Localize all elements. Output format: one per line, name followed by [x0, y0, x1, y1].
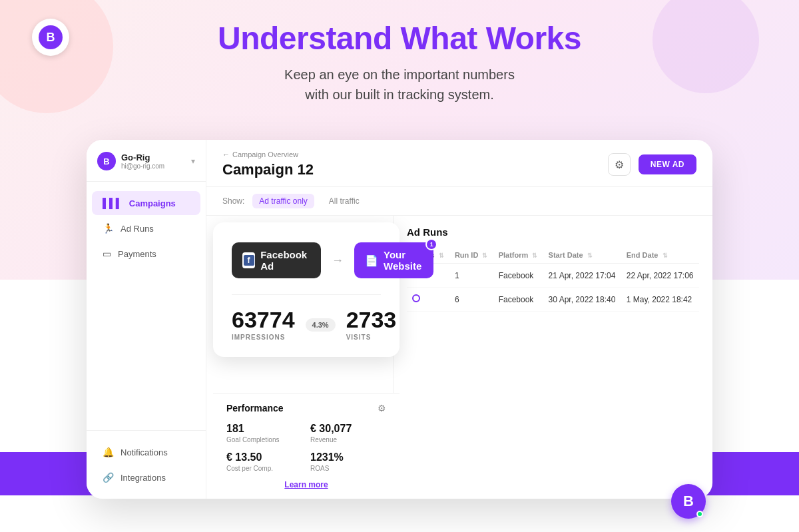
right-panel: Ad Runs Status ⇅ Run ID ⇅	[393, 216, 712, 499]
facebook-icon: f	[242, 252, 255, 268]
sidebar-bottom-nav: 🔔 Notifications 🔗 Integrations	[87, 430, 206, 499]
subtitle-line1: Keep an eye on the important numbers	[284, 67, 515, 82]
performance-section: Performance ⚙ 181 Goal Completions € 30,…	[213, 393, 400, 499]
bottom-logo-badge: B	[671, 484, 706, 519]
header-section: Understand What Works Keep an eye on the…	[0, 20, 799, 105]
topbar-right: ⚙ NEW AD	[608, 153, 696, 176]
dashboard-card: B Go-Rig hi@go-rig.com ▾ ▌▌▌ Campaigns 🏃…	[87, 140, 712, 499]
conversion-rate-badge: 4.3%	[306, 318, 336, 332]
perf-revenue-value: € 30,077	[310, 423, 386, 435]
sidebar-brand[interactable]: B Go-Rig hi@go-rig.com ▾	[87, 140, 206, 182]
sidebar-item-label: Integrations	[121, 473, 166, 483]
show-filter-label: Show:	[222, 196, 244, 206]
breadcrumb: ← Campaign Overview	[222, 150, 314, 158]
sidebar-item-label: Campaigns	[129, 198, 176, 208]
col-end-date[interactable]: End Date ⇅	[621, 247, 699, 264]
facebook-ad-label: Facebook Ad	[260, 249, 310, 272]
ad-runs-icon: 🏃	[103, 223, 114, 234]
sidebar-item-campaigns[interactable]: ▌▌▌ Campaigns	[92, 191, 200, 215]
performance-header: Performance ⚙	[226, 403, 386, 413]
brand-icon: B	[97, 152, 116, 170]
perf-goal-label: Goal Completions	[226, 436, 302, 443]
payments-icon: ▭	[103, 248, 111, 259]
sidebar-item-payments[interactable]: ▭ Payments	[92, 242, 200, 266]
perf-goal-value: 181	[226, 423, 302, 435]
bottom-logo-letter: B	[683, 493, 694, 510]
sidebar-item-label: Notifications	[121, 447, 168, 457]
campaigns-icon: ▌▌▌	[103, 198, 123, 208]
status-dot-icon	[412, 294, 420, 302]
row2-platform: Facebook	[493, 288, 543, 312]
perf-roas-label: ROAS	[310, 465, 386, 472]
header-title: Understand What Works	[0, 20, 799, 57]
perf-revenue-label: Revenue	[310, 436, 386, 443]
logo-letter: B	[39, 25, 63, 49]
topbar: ← Campaign Overview Campaign 12 ⚙ NEW AD	[206, 140, 712, 187]
sidebar-item-integrations[interactable]: 🔗 Integrations	[92, 465, 200, 489]
brand-email: hi@go-rig.com	[121, 162, 186, 170]
show-ad-traffic-option[interactable]: Ad traffic only	[252, 194, 314, 208]
row2-status	[407, 288, 449, 312]
settings-button[interactable]: ⚙	[608, 153, 631, 176]
visits-stat: 2733 VISITS	[346, 308, 397, 341]
impressions-stat: 63774 IMPRESSIONS	[232, 308, 295, 341]
perf-cost-label: Cost per Comp.	[226, 465, 302, 472]
notifications-icon: 🔔	[103, 447, 114, 457]
sidebar-nav: ▌▌▌ Campaigns 🏃 Ad Runs ▭ Payments	[87, 182, 206, 430]
learn-more-link[interactable]: Learn more	[226, 480, 386, 489]
sidebar-item-label: Payments	[118, 249, 156, 259]
ad-runs-table-body: 1 Facebook 21 Apr, 2022 17:04 22 Apr, 20…	[407, 264, 699, 312]
left-panel: f Facebook Ad → 📄 Your Website 1	[206, 216, 393, 499]
perf-roas-value: 1231%	[310, 451, 386, 463]
header-subtitle: Keep an eye on the important numbers wit…	[0, 65, 799, 105]
breadcrumb-arrow-icon: ←	[222, 150, 230, 158]
ad-runs-table: Status ⇅ Run ID ⇅ Platform ⇅	[407, 247, 699, 312]
perf-goal-completions: 181 Goal Completions	[226, 423, 302, 443]
perf-revenue: € 30,077 Revenue	[310, 423, 386, 443]
performance-grid: 181 Goal Completions € 30,077 Revenue € …	[226, 423, 386, 472]
show-all-traffic-option[interactable]: All traffic	[322, 194, 366, 208]
sort-startdate-icon: ⇅	[587, 252, 593, 259]
subtitle-line2: with our built in tracking system.	[305, 87, 493, 102]
row1-run-id: 1	[449, 264, 493, 288]
perf-cost-per-comp: € 13.50 Cost per Comp.	[226, 451, 302, 472]
facebook-f-icon: f	[244, 255, 254, 266]
gear-icon: ⚙	[615, 158, 624, 171]
sidebar-item-ad-runs[interactable]: 🏃 Ad Runs	[92, 216, 200, 240]
main-content: ← Campaign Overview Campaign 12 ⚙ NEW AD…	[206, 140, 712, 499]
website-label: Your Website	[384, 249, 423, 272]
flow-card: f Facebook Ad → 📄 Your Website 1	[213, 222, 400, 357]
sort-platform-icon: ⇅	[532, 252, 537, 259]
facebook-ad-node[interactable]: f Facebook Ad	[232, 242, 321, 278]
impressions-label: IMPRESSIONS	[232, 334, 295, 341]
row2-run-id: 6	[449, 288, 493, 312]
brand-info: Go-Rig hi@go-rig.com	[121, 152, 186, 170]
visits-value: 2733	[346, 308, 397, 331]
sidebar-item-notifications[interactable]: 🔔 Notifications	[92, 440, 200, 464]
new-ad-button[interactable]: NEW AD	[639, 154, 696, 174]
row1-end-date: 22 Apr, 2022 17:06	[621, 264, 699, 288]
performance-gear-icon[interactable]: ⚙	[378, 403, 386, 413]
sidebar-item-label: Ad Runs	[121, 224, 154, 234]
impressions-value: 63774	[232, 308, 295, 331]
page-title: Campaign 12	[222, 161, 314, 178]
flow-stats: 63774 IMPRESSIONS 4.3% 2733 VISITS	[232, 308, 381, 341]
your-website-node[interactable]: 📄 Your Website 1	[354, 242, 433, 278]
flow-divider	[232, 294, 381, 295]
col-platform[interactable]: Platform ⇅	[493, 247, 543, 264]
sort-status-icon: ⇅	[439, 252, 444, 259]
row2-end-date: 1 May, 2022 18:42	[621, 288, 699, 312]
col-run-id[interactable]: Run ID ⇅	[449, 247, 493, 264]
perf-cost-value: € 13.50	[226, 451, 302, 463]
table-row: 1 Facebook 21 Apr, 2022 17:04 22 Apr, 20…	[407, 264, 699, 288]
sort-runid-icon: ⇅	[482, 252, 487, 259]
online-status-dot	[696, 511, 703, 517]
performance-title: Performance	[226, 403, 284, 413]
table-row: 6 Facebook 30 Apr, 2022 18:40 1 May, 202…	[407, 288, 699, 312]
visits-label: VISITS	[346, 334, 397, 341]
topbar-left: ← Campaign Overview Campaign 12	[222, 150, 314, 178]
col-start-date[interactable]: Start Date ⇅	[543, 247, 621, 264]
ad-runs-title: Ad Runs	[407, 226, 699, 238]
content-area: f Facebook Ad → 📄 Your Website 1	[206, 216, 712, 499]
ad-runs-table-head: Status ⇅ Run ID ⇅ Platform ⇅	[407, 247, 699, 264]
